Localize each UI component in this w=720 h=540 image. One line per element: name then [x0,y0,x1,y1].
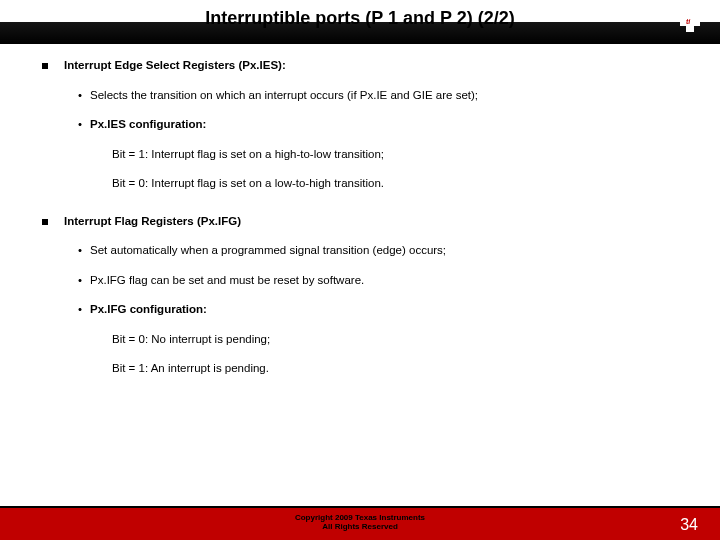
square-bullet-icon [42,63,48,69]
slide-content: Interrupt Edge Select Registers (Px.IES)… [42,58,690,391]
list-item: • Px.IFG configuration: [78,302,690,318]
ti-logo: ti [672,6,704,38]
dot-bullet-icon: • [78,302,82,318]
dot-bullet-icon: • [78,243,82,259]
slide-title: Interruptible ports (P 1 and P 2) (2/2) [0,8,720,29]
list-item-text: Px.IFG flag can be set and must be reset… [90,273,364,289]
sub-line: Bit = 0: No interrupt is pending; [112,332,690,348]
list-item-text: Selects the transition on which an inter… [90,88,478,104]
section-heading-text: Interrupt Edge Select Registers (Px.IES)… [64,58,286,74]
list-item-text: Set automatically when a programmed sign… [90,243,446,259]
footer-text: Copyright 2009 Texas Instruments All Rig… [0,513,720,532]
rights-line: All Rights Reserved [322,522,398,531]
sub-line: Bit = 0: Interrupt flag is set on a low-… [112,176,690,192]
list-item: • Px.IFG flag can be set and must be res… [78,273,690,289]
list-item: • Px.IES configuration: [78,117,690,133]
copyright-line: Copyright 2009 Texas Instruments [295,513,425,522]
list-item-text: Px.IES configuration: [90,117,206,133]
list-item: • Set automatically when a programmed si… [78,243,690,259]
dot-bullet-icon: • [78,273,82,289]
section-heading: Interrupt Edge Select Registers (Px.IES)… [42,58,690,74]
sub-line: Bit = 1: Interrupt flag is set on a high… [112,147,690,163]
page-number: 34 [680,516,698,534]
square-bullet-icon [42,219,48,225]
dot-bullet-icon: • [78,117,82,133]
sub-line: Bit = 1: An interrupt is pending. [112,361,690,377]
section-heading: Interrupt Flag Registers (Px.IFG) [42,214,690,230]
list-item: • Selects the transition on which an int… [78,88,690,104]
dot-bullet-icon: • [78,88,82,104]
list-item-text: Px.IFG configuration: [90,302,207,318]
section-heading-text: Interrupt Flag Registers (Px.IFG) [64,214,241,230]
